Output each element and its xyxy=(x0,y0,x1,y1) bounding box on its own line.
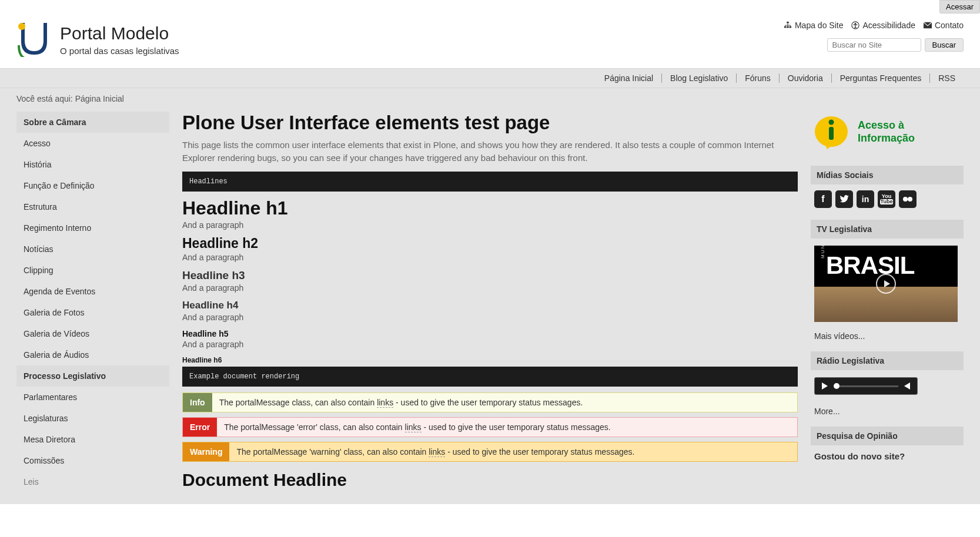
breadcrumb: Você está aqui: Página Inicial xyxy=(0,88,980,109)
breadcrumb-home[interactable]: Página Inicial xyxy=(75,94,124,103)
audio-player[interactable] xyxy=(814,377,918,395)
sidebar-item-mesa[interactable]: Mesa Diretora xyxy=(16,429,169,450)
paragraph: And a paragraph xyxy=(182,283,798,293)
sidebar-right: Acesso à Informação Mídias Sociais f in … xyxy=(811,112,964,492)
sidebar-section-processo[interactable]: Processo Legislativo xyxy=(16,365,169,387)
info-badge: Info xyxy=(183,393,212,412)
site-subtitle: O portal das casas legislativas xyxy=(60,46,179,56)
facebook-icon[interactable]: f xyxy=(814,190,832,208)
sitemap-link[interactable]: Mapa do Site xyxy=(784,21,844,30)
svg-point-12 xyxy=(908,197,912,202)
tv-more-link[interactable]: Mais vídeos... xyxy=(811,327,964,345)
error-link[interactable]: links xyxy=(405,422,422,432)
audio-track[interactable] xyxy=(834,385,898,387)
heading-h6: Headline h6 xyxy=(182,356,798,364)
contact-link[interactable]: Contato xyxy=(924,21,964,30)
sidebar-item-clipping[interactable]: Clipping xyxy=(16,260,169,281)
site-title: Portal Modelo xyxy=(60,24,179,43)
poll-title: Pesquisa de Opinião xyxy=(811,427,964,445)
nav-ouvidoria[interactable]: Ouvidoria xyxy=(780,73,832,83)
contact-label: Contato xyxy=(935,21,964,30)
sidebar-item-historia[interactable]: História xyxy=(16,154,169,175)
tv-title: TV Legislativa xyxy=(811,220,964,239)
twitter-icon[interactable] xyxy=(835,190,853,208)
nav-rss[interactable]: RSS xyxy=(930,73,964,83)
sidebar-item-leis[interactable]: Leis xyxy=(16,471,169,492)
svg-rect-2 xyxy=(784,26,787,28)
svg-point-6 xyxy=(855,23,857,25)
poll-question: Gostou do novo site? xyxy=(811,445,964,461)
nav-faq[interactable]: Perguntas Frequentes xyxy=(832,73,931,83)
warning-link[interactable]: links xyxy=(429,447,445,457)
paragraph: And a paragraph xyxy=(182,340,798,349)
brand[interactable]: Portal Modelo O portal das casas legisla… xyxy=(16,21,179,59)
sidebar-item-funcao[interactable]: Função e Definição xyxy=(16,175,169,196)
sidebar-item-legislaturas[interactable]: Legislaturas xyxy=(16,408,169,429)
flickr-icon[interactable] xyxy=(899,190,917,208)
sidebar-item-audios[interactable]: Galeria de Áudios xyxy=(16,344,169,365)
search-input[interactable] xyxy=(827,38,921,52)
main-nav: Página Inicial Blog Legislativo Fóruns O… xyxy=(0,68,980,88)
heading-h5: Headline h5 xyxy=(182,329,798,338)
sidebar-section-sobre[interactable]: Sobre a Câmara xyxy=(16,112,169,133)
info-bubble-icon xyxy=(813,114,849,150)
svg-point-0 xyxy=(18,23,25,30)
error-badge: Error xyxy=(183,418,217,437)
warning-badge: Warning xyxy=(183,442,229,461)
audio-volume-icon[interactable] xyxy=(904,382,910,390)
heading-h2: Headline h2 xyxy=(182,236,798,251)
sidebar-item-regimento[interactable]: Regimento Interno xyxy=(16,217,169,239)
sitemap-label: Mapa do Site xyxy=(795,21,844,30)
play-icon[interactable] xyxy=(876,274,896,294)
portal-message-info: Info The portalMessage class, can also c… xyxy=(182,392,798,412)
svg-rect-9 xyxy=(829,127,834,140)
linkedin-icon[interactable]: in xyxy=(857,190,874,208)
youtube-icon[interactable]: YouTube xyxy=(878,190,895,208)
accessibility-link[interactable]: Acessibilidade xyxy=(851,21,915,30)
login-button[interactable]: Acessar xyxy=(939,0,980,14)
nav-forums[interactable]: Fóruns xyxy=(737,73,780,83)
site-header: Portal Modelo O portal das casas legisla… xyxy=(0,14,980,68)
paragraph: And a paragraph xyxy=(182,220,798,230)
info-link[interactable]: links xyxy=(377,398,393,408)
document-headline: Document Headline xyxy=(182,470,798,490)
heading-h1: Headline h1 xyxy=(182,197,798,219)
sidebar-item-acesso[interactable]: Acesso xyxy=(16,133,169,154)
mail-icon xyxy=(924,22,932,29)
sidebar-item-videos[interactable]: Galeria de Vídeos xyxy=(16,323,169,344)
accessibility-icon xyxy=(851,21,859,29)
sidebar-item-fotos[interactable]: Galeria de Fotos xyxy=(16,302,169,323)
nav-home[interactable]: Página Inicial xyxy=(596,73,662,83)
sidebar-item-comissoes[interactable]: Comissões xyxy=(16,450,169,471)
social-title: Mídias Sociais xyxy=(811,166,964,184)
page-title: Plone User Interface elements test page xyxy=(182,112,798,134)
acesso-informacao[interactable]: Acesso à Informação xyxy=(811,112,964,160)
sitemap-icon xyxy=(784,21,792,29)
svg-rect-3 xyxy=(787,26,789,28)
paragraph: And a paragraph xyxy=(182,253,798,262)
audio-play-icon[interactable] xyxy=(822,382,828,390)
main-content: Plone User Interface elements test page … xyxy=(182,112,798,492)
radio-title: Rádio Legislativa xyxy=(811,351,964,370)
heading-h4: Headline h4 xyxy=(182,300,798,311)
search-button[interactable]: Buscar xyxy=(925,38,964,52)
paragraph: And a paragraph xyxy=(182,313,798,322)
logo-icon xyxy=(16,21,51,59)
svg-rect-4 xyxy=(790,26,792,28)
sidebar-left: Sobre a Câmara Acesso História Função e … xyxy=(16,112,169,492)
sidebar-item-estrutura[interactable]: Estrutura xyxy=(16,196,169,217)
heading-h3: Headline h3 xyxy=(182,269,798,282)
svg-point-11 xyxy=(903,197,908,202)
code-headlines: Headlines xyxy=(182,172,798,192)
page-description: This page lists the common user interfac… xyxy=(182,139,798,165)
portal-message-warning: Warning The portalMessage 'warning' clas… xyxy=(182,442,798,462)
tv-video-player[interactable]: MUNICÍPIO BRASIL xyxy=(814,246,958,322)
nav-blog[interactable]: Blog Legislativo xyxy=(662,73,737,83)
sidebar-item-agenda[interactable]: Agenda de Eventos xyxy=(16,281,169,302)
code-example-doc: Example document rendering xyxy=(182,367,798,387)
sidebar-item-noticias[interactable]: Notícias xyxy=(16,239,169,260)
radio-more-link[interactable]: More... xyxy=(811,402,964,421)
sidebar-item-parlamentares[interactable]: Parlamentares xyxy=(16,387,169,408)
portal-message-error: Error The portalMessage 'error' class, c… xyxy=(182,417,798,437)
accessibility-label: Acessibilidade xyxy=(862,21,915,30)
